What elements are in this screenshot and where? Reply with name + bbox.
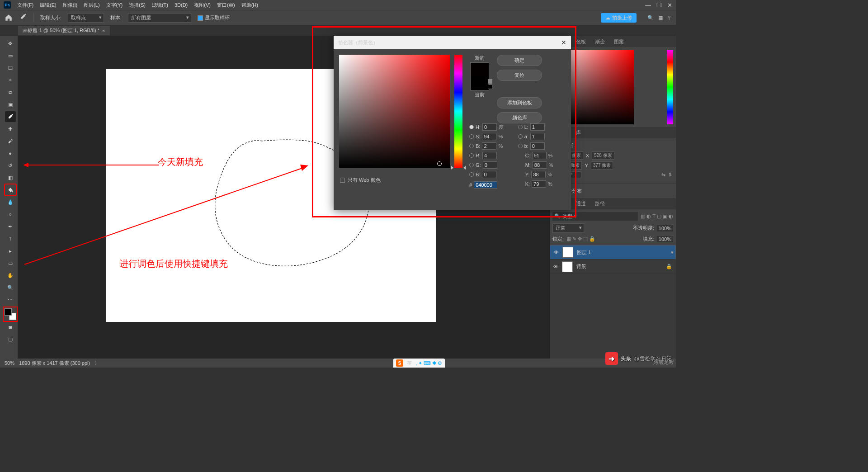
color-libraries-button[interactable]: 颜色库 bbox=[497, 112, 542, 123]
share-icon[interactable]: ⇪ bbox=[667, 15, 671, 21]
menu-type[interactable]: 文字(Y) bbox=[106, 2, 123, 9]
bb-input[interactable] bbox=[482, 171, 496, 178]
prop-y[interactable]: 377 像素 bbox=[591, 161, 613, 170]
hue-pointer[interactable] bbox=[452, 166, 465, 169]
radio-g[interactable] bbox=[469, 163, 474, 167]
menu-3d[interactable]: 3D(D) bbox=[175, 2, 188, 8]
menu-window[interactable]: 窗口(W) bbox=[217, 2, 235, 9]
sb-cursor[interactable] bbox=[437, 161, 442, 166]
document-tab-close[interactable]: × bbox=[102, 28, 105, 33]
radio-b[interactable] bbox=[469, 144, 474, 148]
paint-bucket-tool[interactable] bbox=[5, 184, 16, 195]
color-panel-hue[interactable] bbox=[667, 50, 673, 124]
color-swatches[interactable] bbox=[5, 308, 16, 320]
ok-button[interactable]: 确定 bbox=[497, 55, 542, 66]
dodge-tool[interactable]: ○ bbox=[5, 209, 16, 220]
workspace-icon[interactable]: ▦ bbox=[658, 15, 663, 21]
healing-tool[interactable]: ✚ bbox=[5, 123, 16, 134]
radio-s[interactable] bbox=[469, 134, 474, 139]
eraser-tool[interactable]: ◧ bbox=[5, 172, 16, 183]
status-arrow[interactable]: 〉 bbox=[94, 360, 99, 367]
menu-file[interactable]: 文件(F) bbox=[17, 2, 33, 9]
color-picker-dialog[interactable]: 拾色器（前景色） ✕ 新的 当前 确定 复位 添加到色板 颜色库 bbox=[334, 36, 571, 210]
marquee-tool[interactable]: ▭ bbox=[5, 50, 16, 61]
ime-bar[interactable]: S 英 , ✦ ⌨ ✱ ⚙ bbox=[393, 359, 445, 368]
tab-gradient[interactable]: 渐变 bbox=[590, 37, 609, 47]
fill-value[interactable]: 100% bbox=[657, 236, 673, 242]
blur-tool[interactable]: 💧 bbox=[5, 197, 16, 208]
hex-input[interactable] bbox=[474, 181, 497, 189]
sample-select[interactable]: 所有图层 bbox=[128, 13, 191, 23]
layer-item[interactable]: 👁 背景 🔒 bbox=[550, 260, 676, 274]
close-button[interactable]: ✕ bbox=[667, 2, 672, 9]
ime-lang[interactable]: 英 bbox=[407, 360, 412, 367]
layer-name[interactable]: 背景 bbox=[576, 263, 586, 270]
layer-filter-icons[interactable]: ▥ ◐ T ▢ ▣ ◐ bbox=[641, 213, 673, 219]
saturation-brightness-field[interactable] bbox=[339, 55, 450, 168]
cloud-upload-button[interactable]: ☁拍摄上传 bbox=[601, 13, 637, 23]
sample-size-select[interactable]: 取样点 bbox=[68, 13, 104, 23]
more-tools[interactable]: ⋯ bbox=[5, 294, 16, 305]
ime-icons[interactable]: , ✦ ⌨ ✱ ⚙ bbox=[415, 360, 442, 366]
eyedropper-icon[interactable] bbox=[19, 13, 27, 23]
dialog-titlebar[interactable]: 拾色器（前景色） ✕ bbox=[334, 36, 571, 49]
eyedropper-tool[interactable] bbox=[5, 111, 16, 122]
lb-input[interactable] bbox=[530, 142, 545, 150]
gamut-warning-icon[interactable] bbox=[488, 79, 492, 84]
websafe-warning-icon[interactable] bbox=[488, 85, 492, 89]
hand-tool[interactable]: ✋ bbox=[5, 270, 16, 281]
checkbox-icon[interactable] bbox=[340, 178, 345, 183]
s-input[interactable] bbox=[482, 133, 496, 140]
flip-v-icon[interactable]: ⥮ bbox=[668, 172, 672, 178]
screenmode-tool[interactable]: ▢ bbox=[5, 334, 16, 345]
minimize-button[interactable]: — bbox=[645, 2, 651, 9]
tab-paths[interactable]: 路径 bbox=[590, 198, 609, 209]
k-input[interactable] bbox=[532, 180, 546, 188]
menu-help[interactable]: 帮助(H) bbox=[241, 2, 258, 9]
maximize-button[interactable]: ❐ bbox=[656, 2, 662, 9]
pen-tool[interactable]: ✒ bbox=[5, 221, 16, 232]
visibility-icon[interactable]: 👁 bbox=[554, 250, 559, 255]
quickmask-tool[interactable]: ◙ bbox=[5, 321, 16, 332]
radio-a[interactable] bbox=[518, 134, 523, 139]
lasso-tool[interactable]: ❑ bbox=[5, 62, 16, 73]
menu-view[interactable]: 视图(V) bbox=[194, 2, 211, 9]
doc-info[interactable]: 1890 像素 x 1417 像素 (300 ppi) bbox=[19, 360, 90, 367]
path-select-tool[interactable]: ▸ bbox=[5, 245, 16, 256]
a-input[interactable] bbox=[530, 133, 545, 140]
radio-lb[interactable] bbox=[518, 144, 523, 148]
lock-icons[interactable]: ▦ ✎ ✥ ⬚ 🔒 bbox=[566, 236, 595, 242]
l-input[interactable] bbox=[530, 123, 545, 131]
type-tool[interactable]: T bbox=[5, 233, 16, 244]
reset-button[interactable]: 复位 bbox=[497, 70, 542, 81]
b-input[interactable] bbox=[482, 142, 496, 150]
visibility-icon[interactable]: 👁 bbox=[553, 264, 558, 269]
sogou-icon[interactable]: S bbox=[396, 359, 403, 367]
c-input[interactable] bbox=[532, 152, 547, 159]
move-tool[interactable]: ✥ bbox=[5, 38, 16, 49]
flip-h-icon[interactable]: ⇋ bbox=[661, 172, 665, 178]
r-input[interactable] bbox=[482, 152, 497, 159]
brush-tool[interactable]: 🖌 bbox=[5, 136, 16, 146]
zoom-value[interactable]: 50% bbox=[5, 360, 14, 366]
layer-name[interactable]: 图层 1 bbox=[577, 249, 591, 256]
search-icon[interactable]: 🔍 bbox=[647, 15, 654, 21]
stamp-tool[interactable]: ● bbox=[5, 148, 16, 159]
menu-select[interactable]: 选择(S) bbox=[129, 2, 146, 9]
h-input[interactable] bbox=[482, 123, 497, 131]
menu-layer[interactable]: 图层(L) bbox=[84, 2, 99, 9]
shape-tool[interactable]: ▭ bbox=[5, 258, 16, 269]
magic-wand-tool[interactable]: ✧ bbox=[5, 75, 16, 85]
tab-pattern[interactable]: 图案 bbox=[609, 37, 628, 47]
radio-r[interactable] bbox=[469, 153, 474, 158]
blend-mode[interactable]: 正常 bbox=[552, 223, 584, 233]
radio-h[interactable] bbox=[469, 125, 474, 129]
hue-slider[interactable] bbox=[454, 55, 462, 168]
show-ring-checkbox[interactable]: 显示取样环 bbox=[198, 14, 230, 21]
home-icon[interactable] bbox=[5, 14, 13, 22]
m-input[interactable] bbox=[533, 161, 547, 169]
menu-filter[interactable]: 滤镜(T) bbox=[152, 2, 168, 9]
layer-item[interactable]: 👁 图层 1 bbox=[550, 245, 676, 260]
radio-bb[interactable] bbox=[469, 172, 474, 177]
web-only-checkbox[interactable]: 只有 Web 颜色 bbox=[340, 177, 381, 184]
